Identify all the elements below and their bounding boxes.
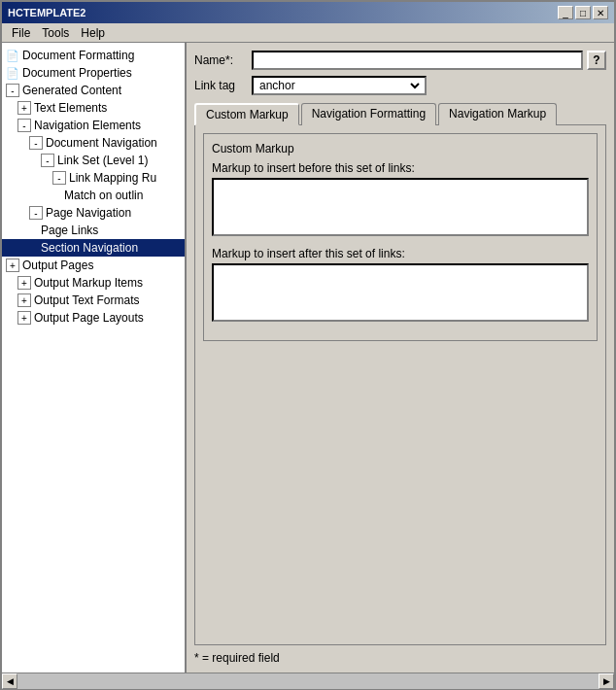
after-links-textarea[interactable] (212, 263, 589, 322)
before-links-textarea[interactable] (212, 178, 589, 236)
tree-panel: 📄 Document Formatting 📄 Document Propert… (2, 43, 187, 673)
main-layout: 📄 Document Formatting 📄 Document Propert… (2, 43, 614, 673)
tree-item-output-page-layouts[interactable]: + Output Page Layouts (2, 309, 185, 327)
custom-markup-title: Custom Markup (212, 142, 589, 155)
page-navigation-expander[interactable]: - (29, 206, 43, 220)
tree-item-output-markup-items[interactable]: + Output Markup Items (2, 274, 185, 292)
tree-label-doc-navigation: Document Navigation (46, 136, 157, 150)
output-markup-expander[interactable]: + (17, 276, 31, 290)
nav-elements-expander[interactable]: - (17, 119, 31, 132)
tree-item-link-mapping[interactable]: - Link Mapping Ru (2, 169, 185, 187)
required-field-text: * = required field (194, 651, 280, 665)
menu-tools[interactable]: Tools (36, 25, 75, 40)
bottom-scrollbar: ◀ ▶ (2, 673, 614, 688)
window-title: HCTEMPLATE2 (8, 7, 86, 18)
link-tag-combo[interactable]: anchor div span p (252, 76, 427, 95)
tree-label-section-navigation: Section Navigation (41, 241, 138, 255)
tree-item-page-navigation[interactable]: - Page Navigation (2, 204, 185, 222)
menu-file[interactable]: File (6, 25, 36, 40)
right-panel: Name*: ? Link tag anchor div span p (187, 43, 614, 673)
text-elements-expander[interactable]: + (17, 101, 31, 115)
generated-content-expander[interactable]: - (6, 84, 19, 97)
tree-container: 📄 Document Formatting 📄 Document Propert… (2, 43, 185, 330)
tree-label-link-set: Link Set (Level 1) (57, 154, 148, 167)
tree-label-doc-properties: Document Properties (22, 66, 132, 80)
minimize-button[interactable]: _ (558, 6, 573, 19)
link-mapping-expander[interactable]: - (52, 171, 66, 185)
output-text-expander[interactable]: + (17, 293, 31, 307)
tree-item-doc-navigation[interactable]: - Document Navigation (2, 134, 185, 152)
tree-label-nav-elements: Navigation Elements (34, 119, 141, 132)
tree-item-page-links[interactable]: Page Links (2, 222, 185, 239)
tab-custom-markup[interactable]: Custom Markup (194, 103, 299, 125)
close-button[interactable]: ✕ (593, 6, 608, 19)
name-row: Name*: ? (194, 51, 606, 70)
after-links-label: Markup to insert after this set of links… (212, 247, 589, 260)
scroll-track[interactable] (17, 673, 599, 689)
title-bar: HCTEMPLATE2 _ □ ✕ (2, 2, 614, 23)
link-tag-label: Link tag (194, 79, 248, 92)
tree-item-output-text-formats[interactable]: + Output Text Formats (2, 292, 185, 309)
tree-item-doc-formatting[interactable]: 📄 Document Formatting (2, 47, 185, 64)
tree-label-output-page-layouts: Output Page Layouts (34, 311, 144, 325)
tree-label-output-pages: Output Pages (22, 259, 93, 272)
doc-properties-icon: 📄 (6, 67, 19, 80)
custom-markup-group: Custom Markup Markup to insert before th… (203, 133, 598, 341)
scroll-left-button[interactable]: ◀ (2, 673, 17, 689)
tree-label-output-text-formats: Output Text Formats (34, 293, 140, 307)
name-input[interactable] (252, 51, 583, 70)
output-page-expander[interactable]: + (17, 311, 31, 325)
tab-content-area: Custom Markup Markup to insert before th… (194, 124, 606, 645)
tree-label-page-links: Page Links (41, 224, 98, 237)
tree-item-match-on-outline[interactable]: Match on outlin (2, 187, 185, 204)
tree-label-text-elements: Text Elements (34, 101, 107, 115)
tree-label-link-mapping: Link Mapping Ru (69, 171, 156, 185)
tree-item-section-navigation[interactable]: Section Navigation (2, 239, 185, 257)
link-tag-row: Link tag anchor div span p (194, 76, 606, 95)
menu-help[interactable]: Help (75, 25, 111, 40)
tree-label-match-on-outline: Match on outlin (64, 189, 143, 202)
tab-navigation-formatting[interactable]: Navigation Formatting (301, 103, 436, 125)
before-links-label: Markup to insert before this set of link… (212, 161, 589, 175)
doc-formatting-icon: 📄 (6, 50, 19, 62)
scroll-right-button[interactable]: ▶ (599, 673, 614, 689)
tree-item-text-elements[interactable]: + Text Elements (2, 99, 185, 117)
status-bar: * = required field (194, 651, 606, 665)
link-tag-select[interactable]: anchor div span p (256, 78, 423, 93)
main-window: HCTEMPLATE2 _ □ ✕ File Tools Help 📄 Docu… (0, 0, 616, 690)
tree-label-doc-formatting: Document Formatting (22, 49, 134, 62)
tree-item-nav-elements[interactable]: - Navigation Elements (2, 117, 185, 134)
tree-item-link-set[interactable]: - Link Set (Level 1) (2, 152, 185, 169)
tree-label-generated-content: Generated Content (22, 84, 121, 97)
name-label: Name*: (194, 53, 248, 67)
link-set-expander[interactable]: - (41, 154, 54, 167)
help-button[interactable]: ? (587, 51, 606, 70)
title-bar-controls: _ □ ✕ (558, 6, 608, 19)
tree-label-output-markup-items: Output Markup Items (34, 276, 143, 290)
menu-bar: File Tools Help (2, 23, 614, 43)
tab-navigation-markup[interactable]: Navigation Markup (438, 103, 557, 125)
tree-item-doc-properties[interactable]: 📄 Document Properties (2, 64, 185, 82)
tree-label-page-navigation: Page Navigation (46, 206, 131, 220)
output-pages-expander[interactable]: + (6, 259, 19, 272)
doc-navigation-expander[interactable]: - (29, 136, 43, 150)
tree-item-generated-content[interactable]: - Generated Content (2, 82, 185, 99)
maximize-button[interactable]: □ (575, 6, 591, 19)
tree-item-output-pages[interactable]: + Output Pages (2, 257, 185, 274)
tab-bar: Custom Markup Navigation Formatting Navi… (194, 103, 606, 125)
